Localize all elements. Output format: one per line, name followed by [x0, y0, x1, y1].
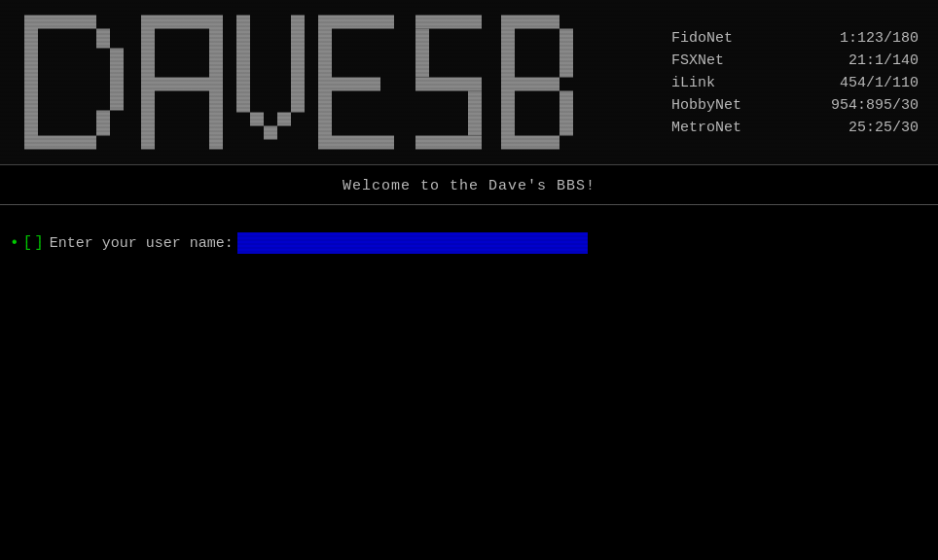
banner-area: FidoNet 1:123/180 FSXNet 21:1/140 iLink …: [0, 0, 938, 165]
network-name-fsxnet: FSXNet: [671, 52, 759, 69]
network-name-hobbynet: HobbyNet: [671, 97, 759, 114]
svg-rect-4: [96, 111, 110, 136]
svg-rect-2: [38, 136, 96, 150]
svg-rect-21: [415, 78, 482, 91]
svg-rect-6: [141, 16, 155, 150]
svg-rect-29: [559, 91, 573, 136]
svg-rect-14: [291, 16, 305, 113]
network-addr-fsxnet: 21:1/140: [848, 52, 919, 69]
welcome-area: Welcome to the Dave's BBS!: [0, 165, 938, 205]
svg-rect-26: [515, 78, 559, 91]
welcome-text: Welcome to the Dave's BBS!: [343, 178, 595, 194]
svg-rect-24: [501, 16, 515, 150]
username-input[interactable]: [237, 232, 588, 254]
svg-rect-23: [415, 136, 482, 150]
svg-rect-25: [515, 16, 559, 29]
svg-rect-3: [96, 29, 110, 49]
network-row-fsxnet: FSXNet 21:1/140: [671, 52, 919, 69]
svg-rect-19: [415, 16, 482, 29]
network-name-metronet: MetroNet: [671, 120, 759, 136]
svg-rect-11: [250, 113, 264, 126]
svg-rect-5: [110, 49, 124, 111]
svg-rect-8: [155, 16, 209, 29]
network-addr-hobbynet: 954:895/30: [831, 97, 919, 114]
logo-container: [0, 0, 652, 165]
svg-rect-7: [209, 16, 223, 150]
svg-rect-20: [415, 29, 429, 78]
svg-rect-15: [318, 16, 332, 150]
svg-rect-27: [515, 136, 559, 150]
bbs-logo: [15, 5, 637, 160]
input-area: • [ ] Enter your user name:: [0, 205, 938, 254]
network-row-metronet: MetroNet 25:25/30: [671, 120, 919, 136]
svg-rect-12: [264, 126, 277, 140]
svg-rect-16: [332, 16, 394, 29]
svg-rect-13: [277, 113, 291, 126]
bullet-icon: •: [10, 234, 19, 252]
svg-rect-9: [155, 78, 209, 91]
bracket-icon: [: [23, 234, 33, 252]
network-row-ilink: iLink 454/1/110: [671, 75, 919, 91]
svg-rect-0: [24, 16, 38, 150]
network-addr-fidonet: 1:123/180: [840, 30, 919, 47]
network-addr-ilink: 454/1/110: [840, 75, 919, 91]
bracket-close-icon: ]: [34, 234, 44, 252]
svg-rect-18: [332, 136, 394, 150]
network-info-panel: FidoNet 1:123/180 FSXNet 21:1/140 iLink …: [652, 0, 938, 165]
network-row-hobbynet: HobbyNet 954:895/30: [671, 97, 919, 114]
main-container: FidoNet 1:123/180 FSXNet 21:1/140 iLink …: [0, 0, 938, 560]
network-addr-metronet: 25:25/30: [848, 120, 919, 136]
network-row-fidonet: FidoNet 1:123/180: [671, 30, 919, 47]
svg-rect-1: [38, 16, 96, 29]
svg-rect-28: [559, 29, 573, 78]
svg-rect-17: [332, 78, 380, 91]
svg-rect-10: [236, 16, 250, 113]
svg-rect-22: [468, 91, 482, 136]
enter-prompt-label: Enter your user name:: [50, 235, 234, 252]
network-name-fidonet: FidoNet: [671, 30, 759, 47]
network-name-ilink: iLink: [671, 75, 759, 91]
